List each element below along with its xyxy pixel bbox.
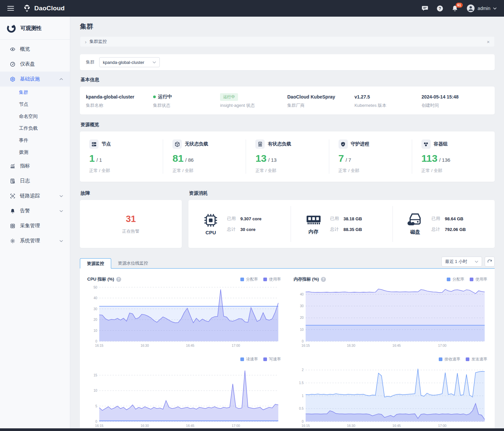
overview-nodes: 节点 1/ 1 正常 / 全部 xyxy=(80,139,163,174)
sidebar-item-label: 日志 xyxy=(20,178,70,184)
help-icon[interactable]: ? xyxy=(116,277,121,282)
svg-text:20: 20 xyxy=(94,318,98,322)
tab-watermark-monitoring[interactable]: 资源水位线监控 xyxy=(111,258,155,268)
used-label: 已用 xyxy=(227,216,236,222)
svg-text:15: 15 xyxy=(94,373,98,377)
chart-plot: 0102030405016:1516:3016:4517:00 xyxy=(87,285,281,349)
overview-normal-count: 13 xyxy=(255,153,266,163)
field-agent-status: 运行中 insight-agent 状态 xyxy=(220,93,287,108)
chevron-down-icon[interactable] xyxy=(59,195,63,197)
observability-logo-icon xyxy=(6,23,16,33)
chart-legend: 分配率使用率 xyxy=(447,277,487,282)
shield-check-icon xyxy=(339,139,348,149)
consumption-cpu: CPU 已用9.307 core 总计30 core xyxy=(188,206,291,242)
svg-text:17:00: 17:00 xyxy=(438,424,446,427)
sidebar-item-dashboards[interactable]: 仪表盘 xyxy=(0,57,70,72)
sidebar-item-metrics[interactable]: 指标 xyxy=(0,158,70,173)
svg-text:20: 20 xyxy=(300,316,304,320)
overview-normal-count: 1 xyxy=(89,153,95,163)
legend-item[interactable]: 使用率 xyxy=(470,277,487,282)
sidebar-subitem-workloads[interactable]: 工作负载 xyxy=(0,122,70,134)
cpu-chip-icon xyxy=(203,213,218,228)
svg-text:16:30: 16:30 xyxy=(347,424,355,427)
sidebar-item-label: 链路追踪 xyxy=(20,193,55,199)
legend-item[interactable]: 分配率 xyxy=(447,277,464,282)
svg-text:17:00: 17:00 xyxy=(232,344,240,347)
total-value: 88.35 GB xyxy=(344,227,362,232)
legend-item[interactable]: 写速率 xyxy=(263,356,281,362)
chat-icon[interactable] xyxy=(421,5,428,12)
refresh-button[interactable] xyxy=(485,257,495,267)
top-navbar: DaoCloud ? 61 admin xyxy=(0,0,504,17)
overview-sub-label: 正常 / 全部 xyxy=(172,168,246,174)
notifications-bell-icon[interactable]: 61 xyxy=(451,5,458,12)
used-value: 98.64 GB xyxy=(445,216,463,221)
legend-item[interactable]: 读速率 xyxy=(240,356,258,362)
svg-text:16:45: 16:45 xyxy=(392,424,401,427)
svg-text:16:30: 16:30 xyxy=(140,344,149,347)
sidebar-subitem-namespaces[interactable]: 命名空间 xyxy=(0,110,70,122)
legend-item[interactable]: 接收速率 xyxy=(439,356,460,362)
svg-text:30: 30 xyxy=(300,304,304,308)
sidebar-item-tracing[interactable]: 链路追踪 xyxy=(0,188,70,203)
sidebar: 可观测性 概览 仪表盘 基础设施 集群 节点 命名空间 工作负载 事件 拨测 指… xyxy=(0,17,70,431)
svg-text:16:15: 16:15 xyxy=(95,424,104,427)
sidebar-item-infrastructure[interactable]: 基础设施 xyxy=(0,72,70,87)
close-icon[interactable]: × xyxy=(487,39,490,45)
sidebar-item-system[interactable]: 系统管理 xyxy=(0,233,70,248)
field-vendor: DaoCloud KubeSpray 集群厂商 xyxy=(287,93,355,108)
memory-ram-icon xyxy=(306,213,322,227)
sidebar-item-alerts[interactable]: 告警 xyxy=(0,203,70,218)
overview-total-count: / 136 xyxy=(439,157,450,163)
chevron-right-icon[interactable]: › xyxy=(85,39,87,45)
legend-item[interactable]: 发送速率 xyxy=(466,356,487,362)
legend-item[interactable]: 使用率 xyxy=(263,277,281,282)
overview-normal-count: 81 xyxy=(172,153,183,163)
chart-legend: 读速率写速率 xyxy=(240,356,281,362)
sidebar-item-logs[interactable]: 日志 xyxy=(0,173,70,188)
overview-daemonsets: 守护进程 7/ 7 正常 / 全部 xyxy=(329,139,412,174)
overview-sub-label: 正常 / 全部 xyxy=(421,168,495,174)
notification-badge: 61 xyxy=(456,3,463,8)
time-range-select[interactable]: 最近 1 小时 xyxy=(441,257,482,267)
hamburger-menu-icon[interactable] xyxy=(7,6,14,11)
help-icon[interactable]: ? xyxy=(436,5,443,12)
sidebar-subitem-clusters[interactable]: 集群 xyxy=(0,87,70,99)
subitem-label: 事件 xyxy=(19,137,28,143)
cluster-status-label: 集群状态 xyxy=(153,103,220,108)
sidebar-subitem-probes[interactable]: 拨测 xyxy=(0,146,70,158)
svg-text:16:15: 16:15 xyxy=(302,424,310,427)
cluster-select-card: 集群 kpanda-global-cluster xyxy=(80,54,495,70)
cluster-select[interactable]: kpanda-global-cluster xyxy=(99,57,160,67)
resource-consumption-card: CPU 已用9.307 core 总计30 core 内存 已用38.18 GB… xyxy=(188,200,495,248)
svg-text:0: 0 xyxy=(302,339,304,343)
svg-text:16:15: 16:15 xyxy=(95,344,104,347)
chevron-down-icon[interactable] xyxy=(59,240,63,242)
sidebar-item-label: 系统管理 xyxy=(20,238,55,244)
svg-text:0: 0 xyxy=(96,339,98,343)
vendor-value: DaoCloud KubeSpray xyxy=(287,93,355,101)
sidebar-subitem-nodes[interactable]: 节点 xyxy=(0,99,70,110)
svg-text:16:30: 16:30 xyxy=(347,344,355,347)
stack-download-icon xyxy=(255,139,265,149)
overview-pods: 容器组 113/ 136 正常 / 全部 xyxy=(412,139,495,174)
sidebar-item-collection[interactable]: 采集管理 xyxy=(0,218,70,233)
cluster-select-label: 集群 xyxy=(86,59,95,65)
legend-item[interactable]: 分配率 xyxy=(240,277,258,282)
cpu-metrics-chart: CPU 指标 (%)? 分配率使用率 0102030405016:1516:30… xyxy=(87,275,281,349)
agent-status-label: insight-agent 状态 xyxy=(220,103,287,108)
brand[interactable]: DaoCloud xyxy=(23,4,65,13)
chevron-up-icon[interactable] xyxy=(59,78,63,81)
sidebar-item-overview[interactable]: 概览 xyxy=(0,42,70,57)
overview-label: 守护进程 xyxy=(351,141,370,147)
sidebar-item-label: 基础设施 xyxy=(20,76,55,82)
consumption-label: 内存 xyxy=(309,229,319,235)
tab-resource-monitoring[interactable]: 资源监控 xyxy=(80,258,111,269)
help-icon[interactable]: ? xyxy=(321,277,326,282)
chevron-down-icon[interactable] xyxy=(59,210,63,212)
chart-legend: 分配率使用率 xyxy=(240,277,281,282)
sidebar-item-label: 仪表盘 xyxy=(20,61,70,67)
sidebar-subitem-events[interactable]: 事件 xyxy=(0,134,70,146)
k8s-version-value: v1.27.5 xyxy=(355,93,422,101)
user-menu[interactable]: admin xyxy=(466,4,497,13)
